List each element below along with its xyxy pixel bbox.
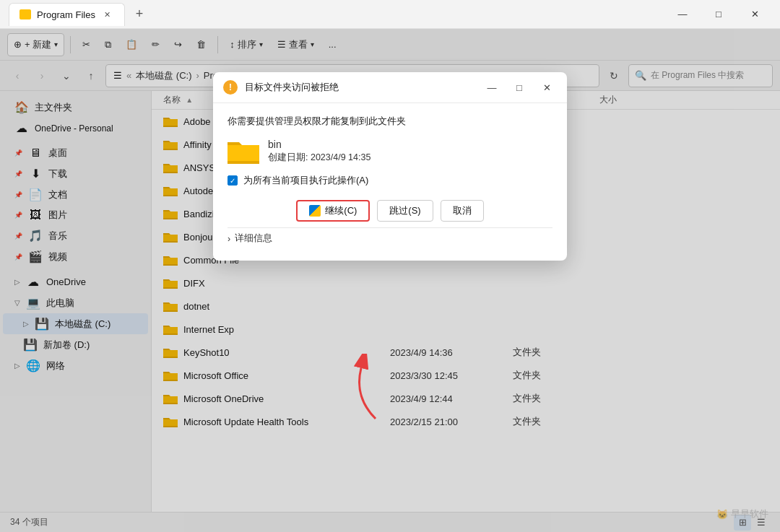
dialog-title: 目标文件夹访问被拒绝 bbox=[245, 81, 474, 94]
dialog-checkbox-label: 为所有当前项目执行此操作(A) bbox=[243, 174, 368, 187]
details-label: 详细信息 bbox=[235, 232, 272, 245]
dialog-overlay: ! 目标文件夹访问被拒绝 — □ ✕ 你需要提供管理员权限才能复制到此文件夹 b… bbox=[0, 29, 780, 532]
dialog-checkbox[interactable]: ✓ bbox=[228, 175, 238, 186]
continue-label: 继续(C) bbox=[325, 204, 357, 217]
dialog-warning-icon: ! bbox=[223, 80, 238, 95]
maximize-button[interactable]: □ bbox=[702, 3, 735, 26]
tab-title: Program Files bbox=[37, 9, 95, 20]
dialog-file-name: bin bbox=[268, 139, 370, 150]
dialog-file-details: bin 创建日期: 2023/4/9 14:35 bbox=[268, 139, 370, 164]
dialog-title-bar: ! 目标文件夹访问被拒绝 — □ ✕ bbox=[213, 72, 567, 103]
dialog-actions: 继续(C) 跳过(S) 取消 bbox=[228, 200, 552, 222]
continue-button[interactable]: 继续(C) bbox=[296, 200, 370, 222]
tab-close-button[interactable]: ✕ bbox=[101, 8, 114, 21]
dialog-minimize-button[interactable]: — bbox=[482, 79, 502, 95]
dialog-checkbox-row: ✓ 为所有当前项目执行此操作(A) bbox=[228, 174, 552, 187]
details-toggle[interactable]: › 详细信息 bbox=[228, 227, 552, 249]
cancel-label: 取消 bbox=[453, 204, 472, 217]
new-tab-button[interactable]: + bbox=[129, 4, 150, 25]
dialog-close-button[interactable]: ✕ bbox=[537, 79, 557, 95]
dialog-file-date: 创建日期: 2023/4/9 14:35 bbox=[268, 152, 370, 164]
dialog-folder-icon bbox=[228, 138, 259, 164]
cancel-button[interactable]: 取消 bbox=[441, 200, 484, 222]
title-bar: Program Files ✕ + — □ ✕ bbox=[0, 0, 780, 29]
tab-folder-icon bbox=[20, 9, 31, 19]
skip-label: 跳过(S) bbox=[389, 204, 420, 217]
access-denied-dialog: ! 目标文件夹访问被拒绝 — □ ✕ 你需要提供管理员权限才能复制到此文件夹 b… bbox=[213, 72, 567, 261]
skip-button[interactable]: 跳过(S) bbox=[377, 200, 433, 222]
dialog-body: 你需要提供管理员权限才能复制到此文件夹 bin 创建日期: 2023/4/9 1… bbox=[213, 103, 567, 261]
minimize-button[interactable]: — bbox=[666, 3, 699, 26]
window-controls: — □ ✕ bbox=[666, 3, 771, 26]
dialog-message: 你需要提供管理员权限才能复制到此文件夹 bbox=[228, 115, 552, 128]
dialog-file-info: bin 创建日期: 2023/4/9 14:35 bbox=[228, 138, 552, 164]
details-chevron: › bbox=[228, 234, 230, 244]
file-explorer-tab[interactable]: Program Files ✕ bbox=[9, 3, 125, 26]
close-button[interactable]: ✕ bbox=[738, 3, 771, 26]
dialog-maximize-button[interactable]: □ bbox=[509, 79, 529, 95]
uac-icon bbox=[309, 205, 321, 217]
